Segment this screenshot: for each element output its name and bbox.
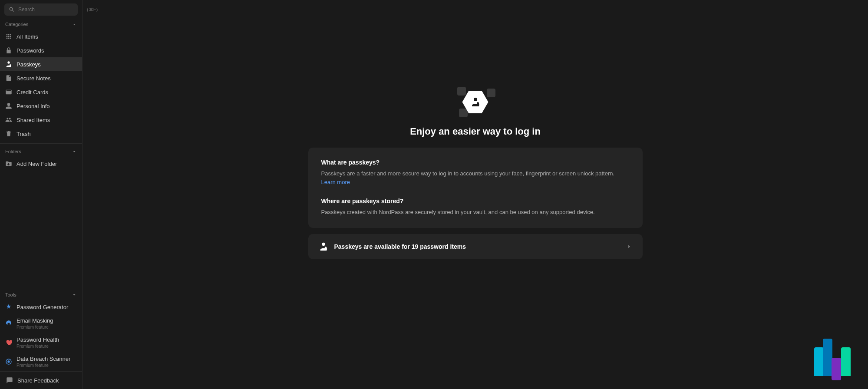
sidebar-item-label: Personal Info (17, 103, 50, 109)
sidebar-item-label: Password Health (17, 336, 59, 343)
info-text: Passkeys are a faster and more secure wa… (321, 170, 615, 177)
chat-icon (6, 377, 13, 384)
fab-bar (814, 347, 824, 376)
key-icon (5, 47, 12, 54)
grid-icon (5, 33, 12, 40)
sidebar-item-label: Passwords (17, 47, 44, 54)
chevron-right-icon (626, 244, 632, 250)
passkeys-available-card[interactable]: Passkeys are available for 19 password i… (308, 234, 643, 259)
fab-chart-button[interactable] (814, 328, 851, 376)
svg-point-1 (7, 360, 10, 363)
sidebar-item-label: Credit Cards (17, 89, 48, 96)
info-heading: Where are passkeys stored? (321, 198, 630, 204)
fab-bar (841, 347, 851, 376)
sidebar-item-passwords[interactable]: Passwords (0, 43, 82, 57)
sidebar-item-label: Shared Items (17, 117, 50, 123)
sidebar-item-label: Email Masking (17, 317, 53, 324)
tools-header[interactable]: Tools (0, 290, 82, 300)
note-icon (5, 75, 12, 82)
sidebar-item-personal-info[interactable]: Personal Info (0, 99, 82, 113)
sidebar-item-trash[interactable]: Trash (0, 127, 82, 141)
info-body: Passkeys are a faster and more secure wa… (321, 169, 630, 186)
passkey-icon (319, 242, 328, 251)
tool-email-masking[interactable]: Email Masking Premium feature (0, 314, 82, 333)
categories-header[interactable]: Categories (0, 19, 82, 30)
tool-password-generator[interactable]: Password Generator (0, 300, 82, 314)
sidebar-item-label: Add New Folder (17, 161, 57, 167)
radar-icon (5, 358, 12, 365)
search-input[interactable] (18, 7, 83, 13)
premium-badge: Premium feature (17, 363, 70, 368)
search-box[interactable]: (⌘F) (4, 3, 78, 16)
fab-bar (832, 358, 841, 380)
folders-label: Folders (5, 149, 21, 154)
add-new-folder[interactable]: Add New Folder (0, 157, 82, 171)
premium-badge: Premium feature (17, 325, 53, 330)
page-title: Enjoy an easier way to log in (410, 126, 541, 137)
fab-bar (823, 339, 832, 376)
mask-icon (5, 320, 12, 327)
passkey-icon (5, 61, 12, 68)
trash-icon (5, 130, 12, 137)
sidebar-item-label: Passkeys (17, 61, 41, 68)
sidebar-item-secure-notes[interactable]: Secure Notes (0, 71, 82, 85)
learn-more-link[interactable]: Learn more (321, 179, 350, 185)
sidebar-item-label: All Items (17, 33, 38, 40)
people-icon (5, 116, 12, 123)
generator-icon (5, 303, 12, 310)
search-icon (9, 7, 15, 13)
sidebar-item-shared-items[interactable]: Shared Items (0, 113, 82, 127)
info-body: Passkeys created with NordPass are secur… (321, 208, 630, 217)
tool-data-breach-scanner[interactable]: Data Breach Scanner Premium feature (0, 352, 82, 371)
sidebar-item-all-items[interactable]: All Items (0, 30, 82, 43)
premium-badge: Premium feature (17, 344, 59, 349)
person-icon (5, 102, 12, 109)
divider (0, 143, 82, 144)
heart-icon (5, 339, 12, 346)
sidebar-item-label: Password Generator (17, 304, 68, 310)
categories-label: Categories (5, 22, 28, 27)
tools-label: Tools (5, 292, 17, 297)
info-card: What are passkeys? Passkeys are a faster… (308, 148, 643, 228)
action-text: Passkeys are available for 19 password i… (334, 243, 620, 250)
tool-password-health[interactable]: Password Health Premium feature (0, 333, 82, 352)
sidebar-item-label: Secure Notes (17, 75, 51, 82)
sidebar-item-credit-cards[interactable]: Credit Cards (0, 85, 82, 99)
share-feedback[interactable]: Share Feedback (0, 371, 82, 389)
sidebar-item-label: Data Breach Scanner (17, 356, 70, 362)
hero-illustration (454, 87, 497, 117)
chevron-down-icon (72, 292, 77, 297)
feedback-label: Share Feedback (17, 377, 59, 384)
card-icon (5, 89, 12, 96)
chevron-down-icon (72, 22, 77, 27)
sidebar-item-passkeys[interactable]: Passkeys (0, 57, 82, 71)
chevron-down-icon (72, 149, 77, 154)
folders-header[interactable]: Folders (0, 146, 82, 157)
sidebar-item-label: Trash (17, 131, 31, 137)
folder-plus-icon (5, 160, 12, 167)
info-heading: What are passkeys? (321, 159, 630, 166)
